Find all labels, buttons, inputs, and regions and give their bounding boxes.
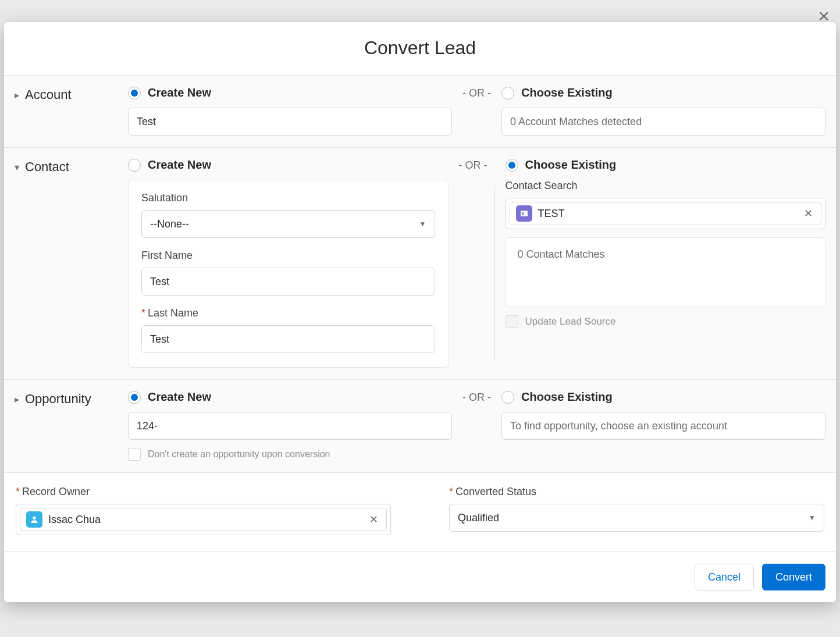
section-owner-status: *Record Owner Issac Chua ✕ *Converted St… — [4, 472, 836, 551]
contact-matches-box: 0 Contact Matches — [506, 237, 826, 307]
first-name-input[interactable]: Test — [141, 268, 435, 296]
section-heading-contact: Contact — [25, 159, 69, 175]
label-last-name: *Last Name — [141, 307, 435, 319]
record-owner-lookup[interactable]: Issac Chua ✕ — [16, 504, 391, 535]
caret-down-icon: ▼ — [419, 220, 426, 228]
svg-rect-0 — [521, 211, 528, 216]
account-name-input[interactable]: Test — [128, 108, 452, 136]
or-separator: - OR - — [459, 390, 494, 404]
chevron-right-icon[interactable]: ▸ — [15, 394, 19, 405]
radio-opportunity-choose-existing[interactable] — [501, 391, 514, 404]
radio-label: Create New — [148, 390, 211, 404]
radio-account-choose-existing[interactable] — [501, 87, 514, 99]
checkbox-label: Don't create an opportunity upon convers… — [148, 449, 330, 460]
label-record-owner: *Record Owner — [16, 486, 391, 498]
convert-lead-modal: Convert Lead ▸ Account Create New Test -… — [4, 22, 836, 602]
radio-label: Create New — [148, 86, 211, 99]
lookup-pill: TEST ✕ — [510, 202, 822, 225]
radio-label: Choose Existing — [521, 86, 613, 99]
modal-footer: Cancel Convert — [4, 551, 836, 602]
or-separator: - OR - — [455, 158, 491, 172]
radio-contact-create-new[interactable] — [128, 159, 141, 172]
chevron-down-icon[interactable]: ▾ — [15, 162, 19, 173]
or-separator: - OR - — [459, 86, 494, 99]
converted-status-select[interactable]: Qualified ▼ — [449, 504, 824, 532]
salutation-select[interactable]: --None-- ▼ — [141, 210, 435, 238]
last-name-input[interactable]: Test — [141, 325, 435, 353]
label-converted-status: *Converted Status — [449, 486, 824, 498]
label-salutation: Salutation — [141, 192, 435, 204]
divider — [494, 186, 495, 361]
section-heading-account: Account — [25, 87, 72, 102]
checkbox-label: Update Lead Source — [525, 316, 616, 328]
salutation-value: --None-- — [150, 218, 189, 230]
modal-title: Convert Lead — [4, 22, 836, 75]
radio-opportunity-create-new[interactable] — [128, 391, 141, 404]
opportunity-existing-hint: To find opportunity, choose an existing … — [501, 412, 825, 440]
contact-icon — [516, 205, 532, 222]
checkbox-dont-create-opportunity[interactable] — [128, 448, 141, 461]
opportunity-name-input[interactable]: 124- — [128, 412, 452, 440]
radio-label: Choose Existing — [521, 390, 613, 404]
caret-down-icon: ▼ — [809, 514, 816, 522]
converted-status-value: Qualified — [458, 512, 499, 524]
cancel-button[interactable]: Cancel — [695, 564, 754, 590]
svg-rect-1 — [522, 212, 524, 215]
pill-text: Issac Chua — [48, 514, 361, 526]
contact-search-lookup[interactable]: TEST ✕ — [506, 198, 826, 229]
convert-button[interactable]: Convert — [762, 564, 825, 590]
account-matches-lookup[interactable]: 0 Account Matches detected — [501, 108, 825, 136]
lookup-pill: Issac Chua ✕ — [20, 508, 387, 531]
label-contact-search: Contact Search — [506, 180, 826, 192]
radio-label: Choose Existing — [525, 158, 617, 172]
label-first-name: First Name — [141, 250, 435, 262]
pill-text: TEST — [538, 208, 796, 220]
pill-remove-icon[interactable]: ✕ — [802, 207, 815, 220]
radio-label: Create New — [148, 158, 211, 172]
section-heading-opportunity: Opportunity — [25, 392, 91, 407]
pill-remove-icon[interactable]: ✕ — [367, 513, 380, 526]
radio-account-create-new[interactable] — [128, 87, 141, 99]
svg-point-2 — [33, 517, 35, 519]
section-account: ▸ Account Create New Test - OR - Choose … — [4, 75, 836, 147]
section-opportunity: ▸ Opportunity Create New 124- Don't crea… — [4, 379, 836, 472]
chevron-right-icon[interactable]: ▸ — [15, 90, 19, 101]
section-contact: ▾ Contact Create New Salutation --None-- — [4, 147, 836, 379]
checkbox-update-lead-source — [506, 315, 518, 328]
user-icon — [26, 511, 42, 528]
radio-contact-choose-existing[interactable] — [506, 159, 518, 172]
